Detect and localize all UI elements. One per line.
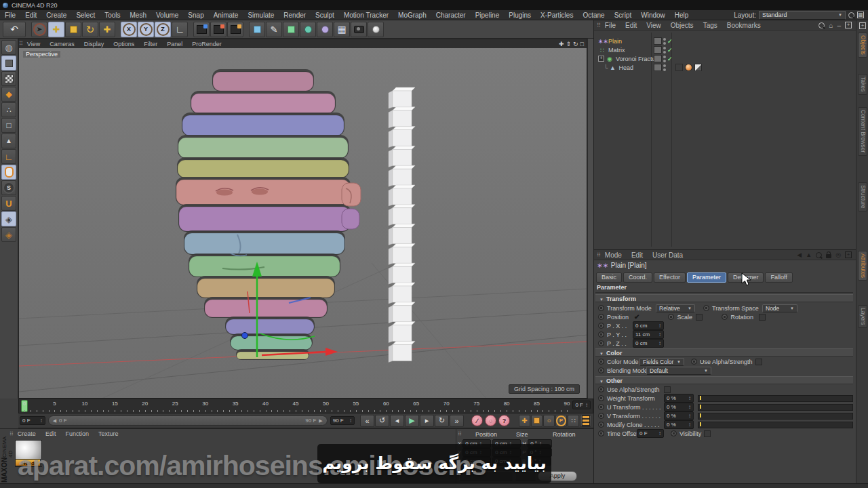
anim-dot-icon[interactable] xyxy=(598,323,604,329)
lock-y-axis[interactable]: Y xyxy=(138,22,154,37)
menu-item-objects[interactable]: Objects xyxy=(666,22,698,29)
object-row-voronoi-fracture[interactable]: +◉Voronoi Fracture✓ xyxy=(594,54,860,63)
menu-item-edit[interactable]: Edit xyxy=(20,12,41,19)
visibility-dots[interactable] xyxy=(663,64,666,71)
search-icon[interactable] xyxy=(818,22,825,28)
py-field[interactable]: 11 cm↕ xyxy=(633,330,664,339)
loop-button[interactable]: ↻ xyxy=(435,415,449,427)
drag-handle-icon[interactable]: ⠿ xyxy=(458,431,461,437)
side-tab-layers[interactable]: Layers xyxy=(858,305,867,328)
lock-workplane[interactable]: ◈ xyxy=(1,211,16,226)
attr-tab-parameter[interactable]: Parameter xyxy=(687,272,726,283)
camera-view-label[interactable]: Perspective xyxy=(23,51,60,58)
lock-z-axis[interactable]: Z xyxy=(155,22,171,37)
snap-settings[interactable]: S xyxy=(1,180,16,195)
attr-tab-effector[interactable]: Effector xyxy=(654,272,686,283)
menu-item-options[interactable]: Options xyxy=(108,41,139,47)
object-name[interactable]: Matrix xyxy=(608,47,625,54)
add-spline-primitive[interactable] xyxy=(317,22,333,37)
menu-item-mode[interactable]: Mode xyxy=(600,251,627,259)
search-icon[interactable] xyxy=(848,12,854,18)
anim-dot-icon[interactable] xyxy=(598,340,604,346)
expand-icon[interactable]: + xyxy=(598,56,604,62)
phong-tag-icon[interactable] xyxy=(685,64,692,71)
rotation-checkbox[interactable] xyxy=(759,314,766,321)
menu-item-volume[interactable]: Volume xyxy=(151,12,183,19)
menu-item-edit[interactable]: Edit xyxy=(41,430,61,437)
enabled-check-icon[interactable]: ✓ xyxy=(667,56,673,62)
position-checkbox[interactable]: ✔ xyxy=(634,313,639,321)
layer-chip[interactable] xyxy=(654,46,662,54)
menu-item-octane[interactable]: Octane xyxy=(578,12,609,19)
arrow-up-icon[interactable]: ▲ xyxy=(806,251,812,258)
side-tab-objects[interactable]: Objects xyxy=(858,33,867,58)
use-alpha-checkbox[interactable] xyxy=(664,386,671,393)
menu-item-prorender[interactable]: ProRender xyxy=(187,41,226,47)
lock-x-axis[interactable]: X xyxy=(121,22,137,37)
time-offset-field[interactable]: 0 F↕ xyxy=(637,429,664,438)
goto-end-button[interactable]: » xyxy=(450,415,464,427)
vp-rotate-icon[interactable]: ↻ xyxy=(573,41,578,47)
menu-item-view[interactable]: View xyxy=(22,41,45,47)
timeline-frame-field[interactable]: 0 F↕ xyxy=(572,401,591,409)
anim-dot-icon[interactable] xyxy=(598,386,604,392)
enabled-check-icon[interactable]: ✓ xyxy=(667,38,673,45)
menu-item-display[interactable]: Display xyxy=(79,41,109,47)
new-panel-icon[interactable]: + xyxy=(845,251,852,258)
keyframe-options-button[interactable]: ? xyxy=(498,415,510,426)
value-field[interactable]: 0 %↕ xyxy=(664,394,694,403)
texture-tag-icon[interactable] xyxy=(675,64,683,71)
menu-item-file[interactable]: File xyxy=(0,12,20,19)
transform-section-header[interactable]: Transform xyxy=(595,294,853,302)
side-tab-attributes[interactable]: Attributes xyxy=(858,251,867,281)
menu-item-snap[interactable]: Snap xyxy=(183,12,208,19)
visibility-dots[interactable] xyxy=(663,47,666,54)
key-parameter-toggle[interactable]: P xyxy=(555,415,567,427)
menu-item-render[interactable]: Render xyxy=(279,12,311,19)
menu-item-plugins[interactable]: Plugins xyxy=(504,12,536,19)
home-icon[interactable]: ⌂ xyxy=(829,22,833,29)
add-environment-floor[interactable]: ▦ xyxy=(334,22,350,37)
enable-snap-magnet[interactable]: U xyxy=(1,196,16,211)
anim-dot-icon[interactable] xyxy=(598,395,604,401)
color-mode-select[interactable]: Fields Color▼ xyxy=(639,358,684,366)
viewport-solo[interactable] xyxy=(1,165,16,180)
menu-item-texture[interactable]: Texture xyxy=(94,430,123,437)
value-slider[interactable] xyxy=(698,413,853,420)
object-row-head[interactable]: └▲Head xyxy=(594,63,865,72)
add-deformer[interactable] xyxy=(300,22,316,37)
viewport-scrollbar[interactable] xyxy=(587,39,593,399)
points-mode[interactable]: ∴ xyxy=(1,102,16,117)
menu-item-motion-tracker[interactable]: Motion Tracker xyxy=(339,12,393,19)
autokeying-button[interactable]: ◌ xyxy=(485,415,496,426)
target-icon[interactable]: ◎ xyxy=(835,251,841,258)
anim-dot-icon[interactable] xyxy=(598,359,604,365)
visibility-checkbox[interactable] xyxy=(704,430,711,437)
add-spline-pen[interactable]: ✎ xyxy=(266,22,282,37)
panel-menu-icon[interactable]: ▦ xyxy=(857,12,864,18)
rotate-tool[interactable]: ↻ xyxy=(82,22,98,37)
record-keyframe-button[interactable]: ∕ xyxy=(471,415,483,426)
preview-range-slider[interactable]: ◀ 0 F 90 F ▶ xyxy=(48,415,328,426)
add-cube-object[interactable] xyxy=(249,22,265,37)
visibility-dots[interactable] xyxy=(663,38,666,45)
enabled-check-icon[interactable]: ✓ xyxy=(667,47,673,54)
anim-dot-icon[interactable] xyxy=(598,404,604,410)
value-field[interactable]: 0 %↕ xyxy=(664,420,694,429)
menu-item-cameras[interactable]: Cameras xyxy=(45,41,79,47)
menu-item-create[interactable]: Create xyxy=(13,430,41,437)
scale-tool[interactable] xyxy=(65,22,81,37)
search-icon[interactable] xyxy=(816,252,822,258)
key-pla-toggle[interactable]: ∷ xyxy=(568,415,579,427)
last-used-tool[interactable]: ✚ xyxy=(99,22,115,37)
anim-dot-icon[interactable] xyxy=(598,305,604,311)
menu-item-mesh[interactable]: Mesh xyxy=(125,12,151,19)
object-row-matrix[interactable]: ∷Matrix✓ xyxy=(594,45,860,54)
vp-zoom-icon[interactable]: ⇕ xyxy=(566,41,571,47)
menu-item-filter[interactable]: Filter xyxy=(139,41,162,47)
menu-item-tools[interactable]: Tools xyxy=(100,12,125,19)
blending-mode-select[interactable]: Default▼ xyxy=(646,367,711,375)
live-selection-tool[interactable]: ➤ xyxy=(31,22,47,37)
lock-icon[interactable] xyxy=(826,254,831,258)
anim-dot-icon[interactable] xyxy=(598,331,604,338)
